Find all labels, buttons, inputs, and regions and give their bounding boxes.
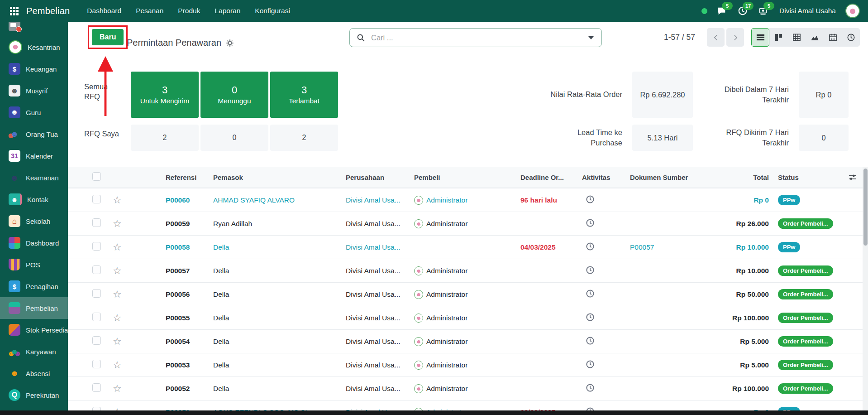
header-dokumen-sumber[interactable]: Dokumen Sumber <box>625 174 704 181</box>
sidebar-item-keamanan[interactable]: Keamanan <box>0 167 68 188</box>
reference-link[interactable]: P00060 <box>161 196 209 204</box>
vendor-cell[interactable]: Della <box>209 361 341 369</box>
vendor-cell[interactable]: Della <box>209 338 341 346</box>
favorite-star-icon[interactable]: ☆ <box>102 242 161 252</box>
favorite-star-icon[interactable]: ☆ <box>102 219 161 229</box>
calendar-view-button[interactable] <box>824 28 842 47</box>
table-row[interactable]: ☆ P00057 Della Divisi Amal Usa... Admini… <box>68 259 863 282</box>
sidebar-item-musyrif[interactable]: Musyrif <box>0 80 68 101</box>
table-row[interactable]: ☆ P00060 AHMAD SYAFIQ ALVARO Divisi Amal… <box>68 188 863 212</box>
favorite-star-icon[interactable]: ☆ <box>102 313 161 323</box>
sidebar-item-keuangan[interactable]: Keuangan <box>0 58 68 80</box>
sidebar-item-kesantrian[interactable]: Kesantrian <box>0 36 68 58</box>
graph-view-button[interactable] <box>806 28 824 47</box>
row-checkbox[interactable] <box>68 383 102 394</box>
vendor-cell[interactable]: Della <box>209 290 341 299</box>
sidebar-item-dashboard[interactable]: Dashboard <box>0 232 68 254</box>
new-button[interactable]: Baru <box>92 29 124 45</box>
kpi-card-terlambat[interactable]: 3 Terlambat <box>270 72 338 118</box>
user-avatar[interactable] <box>845 4 860 18</box>
activity-clock-icon[interactable] <box>577 336 625 347</box>
pager-next-button[interactable] <box>726 28 744 47</box>
pager-prev-button[interactable] <box>707 28 725 47</box>
activity-view-button[interactable] <box>842 28 860 47</box>
reference-link[interactable]: P00054 <box>161 338 209 346</box>
sidebar-item-pos[interactable]: POS <box>0 254 68 275</box>
favorite-star-icon[interactable]: ☆ <box>102 360 161 370</box>
header-total[interactable]: Total <box>704 174 772 181</box>
list-view-button[interactable] <box>751 28 769 47</box>
kanban-view-button[interactable] <box>769 28 787 47</box>
gear-icon[interactable] <box>226 39 234 47</box>
header-perusahaan[interactable]: Perusahaan <box>341 174 410 181</box>
row-checkbox[interactable] <box>68 360 102 370</box>
sidebar-item-kalender[interactable]: Kalender <box>0 145 68 167</box>
table-row[interactable]: ☆ P00053 Della Divisi Amal Usa... Admini… <box>68 353 863 376</box>
row-checkbox[interactable] <box>68 313 102 323</box>
reference-link[interactable]: P00059 <box>161 220 209 228</box>
table-row[interactable]: ☆ P00052 Della Divisi Amal Usa... Admini… <box>68 376 863 400</box>
apps-grid-icon[interactable] <box>10 7 19 15</box>
stat-value-rfq-sent-7d[interactable]: 0 <box>799 125 849 151</box>
my-rfq-menunggu[interactable]: 0 <box>200 125 268 151</box>
vendor-cell[interactable]: Ryan Adillah <box>209 220 341 228</box>
kpi-card-menunggu[interactable]: 0 Menunggu <box>200 72 268 118</box>
row-checkbox[interactable] <box>68 265 102 276</box>
favorite-star-icon[interactable]: ☆ <box>102 337 161 347</box>
table-row[interactable]: ☆ P00055 Della Divisi Amal Usa... Admini… <box>68 306 863 329</box>
stat-value-avg-order[interactable]: Rp 6.692.280 <box>632 72 693 118</box>
reference-link[interactable]: P00055 <box>161 314 209 322</box>
activity-clock-icon[interactable] <box>577 195 625 206</box>
header-referensi[interactable]: Referensi <box>161 174 209 181</box>
sidebar-item-karyawan[interactable]: Karyawan <box>0 341 68 362</box>
nav-menu-dashboard[interactable]: Dashboard <box>81 4 128 18</box>
header-aktivitas[interactable]: Aktivitas <box>577 174 625 181</box>
company-switcher[interactable]: Divisi Amal Usaha <box>779 7 836 15</box>
table-row[interactable]: ☆ P00056 Della Divisi Amal Usa... Admini… <box>68 282 863 306</box>
vendor-cell[interactable]: Della <box>209 314 341 322</box>
my-rfq-untuk-mengirim[interactable]: 2 <box>131 125 199 151</box>
select-all-checkbox[interactable] <box>68 172 102 182</box>
header-status[interactable]: Status <box>772 174 842 181</box>
stat-value-purchased-7d[interactable]: Rp 0 <box>799 72 849 118</box>
row-checkbox[interactable] <box>68 336 102 347</box>
row-checkbox[interactable] <box>68 289 102 299</box>
activities-clock-icon[interactable]: 17 <box>738 5 749 16</box>
activity-clock-icon[interactable] <box>577 360 625 371</box>
reference-link[interactable]: P00056 <box>161 290 209 299</box>
reference-link[interactable]: P00057 <box>161 267 209 275</box>
table-row[interactable]: ☆ P00054 Della Divisi Amal Usa... Admini… <box>68 329 863 353</box>
activity-clock-icon[interactable] <box>577 383 625 394</box>
sidebar-item-stok-persediaan[interactable]: Stok Persediaan <box>0 319 68 341</box>
sidebar-item-orang-tua[interactable]: Orang Tua <box>0 123 68 145</box>
vendor-cell[interactable]: Della <box>209 243 341 251</box>
favorite-star-icon[interactable]: ☆ <box>102 290 161 299</box>
activity-clock-icon[interactable] <box>577 265 625 276</box>
search-input[interactable] <box>365 33 581 43</box>
header-pembeli[interactable]: Pembeli <box>410 174 516 181</box>
column-options-icon[interactable] <box>842 173 863 182</box>
favorite-star-icon[interactable]: ☆ <box>102 384 161 394</box>
reference-link[interactable]: P00052 <box>161 385 209 393</box>
activity-clock-icon[interactable] <box>577 313 625 323</box>
activity-clock-icon[interactable] <box>577 289 625 300</box>
nav-menu-laporan[interactable]: Laporan <box>208 4 247 18</box>
sidebar-item-partial[interactable] <box>0 22 68 36</box>
scrollbar-thumb[interactable] <box>863 169 868 246</box>
row-checkbox[interactable] <box>68 242 102 252</box>
nav-menu-konfigurasi[interactable]: Konfigurasi <box>248 4 296 18</box>
stat-value-lead-time[interactable]: 5.13 Hari <box>632 125 693 151</box>
money-requests-icon[interactable]: 5 <box>758 5 770 16</box>
vendor-cell[interactable]: Della <box>209 267 341 275</box>
my-rfq-terlambat[interactable]: 2 <box>270 125 338 151</box>
favorite-star-icon[interactable]: ☆ <box>102 195 161 205</box>
sidebar-item-kontak[interactable]: Kontak <box>0 188 68 210</box>
pivot-view-button[interactable] <box>787 28 806 47</box>
sidebar-item-penagihan[interactable]: Penagihan <box>0 275 68 297</box>
header-pemasok[interactable]: Pemasok <box>209 174 341 181</box>
sidebar-item-sekolah[interactable]: Sekolah <box>0 210 68 232</box>
search-dropdown-toggle[interactable] <box>581 29 601 47</box>
nav-menu-produk[interactable]: Produk <box>172 4 206 18</box>
activity-clock-icon[interactable] <box>577 218 625 229</box>
header-deadline[interactable]: Deadline Or... <box>516 174 577 181</box>
